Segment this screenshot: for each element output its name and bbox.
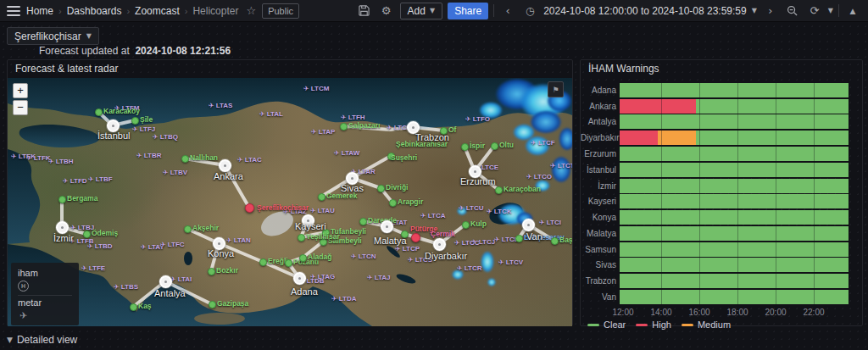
plane-icon: ✈ (454, 239, 460, 247)
warning-bar-segment[interactable] (696, 131, 849, 145)
plane-icon: ✈ (63, 177, 69, 185)
map-attribution-button[interactable]: ⚑ (548, 81, 564, 97)
airport-marker-ltct: ✈LTCT (550, 162, 572, 169)
warning-bar-segment[interactable] (620, 99, 696, 114)
alert-label: Şereflikoçhisar (257, 203, 309, 212)
warning-bar-segment[interactable] (620, 114, 849, 129)
plane-icon: ✈ (341, 114, 347, 121)
time-back-icon[interactable]: ‹ (499, 3, 516, 19)
plane-icon: ✈ (334, 149, 340, 157)
time-range[interactable]: 2024-10-08 12:00:00 to 2024-10-08 23:59:… (543, 5, 747, 17)
refresh-icon[interactable]: ⟳ (806, 3, 823, 19)
airport-code: LTCR (465, 264, 482, 272)
plane-icon: ✈ (259, 110, 265, 118)
city-label-diyarbakır: Diyarbakır (425, 251, 467, 261)
airport-marker-ltap: ✈LTAP (311, 128, 335, 136)
map-zoom-out-button[interactable]: − (13, 100, 28, 115)
waypoint-dot (130, 303, 137, 311)
detailed-view-toggle[interactable]: ▼ Detailed view (7, 334, 77, 346)
geomap[interactable]: ✈LTCM✈LTFM✈LTAS✈LTAL✈LTFJ✈LTBQ✈LTBR✈LTEK… (8, 78, 572, 326)
waypoint-label: Aladağ (308, 253, 331, 261)
row-track (620, 163, 849, 177)
row-label: Erzurum (581, 149, 620, 158)
save-icon[interactable] (356, 3, 373, 19)
plane-icon: ✈ (303, 85, 309, 92)
warning-rows: AdanaAnkaraAntalyaDiyarbakırErzurumİstan… (581, 82, 852, 305)
city-label-sivas: Sivas (341, 183, 364, 193)
plane-icon: ✈ (163, 169, 169, 176)
collapse-toolbar-icon[interactable]: ▲ (844, 3, 861, 19)
row-label: Adana (581, 86, 620, 95)
chart-row: İstanbul (581, 162, 852, 178)
add-button[interactable]: Add▼ (400, 3, 443, 19)
alert-dot (411, 233, 420, 242)
airport-marker-ltbd: ✈LTBD (87, 242, 112, 250)
airport-marker-ltda: ✈LTDA (331, 295, 356, 303)
plane-icon: ✈ (311, 128, 317, 136)
warning-bar-segment[interactable] (658, 131, 696, 145)
zoom-out-time-icon[interactable] (784, 3, 801, 19)
panel-iham-warnings: İHAM Warnings AdanaAnkaraAntalyaDiyarbak… (580, 59, 863, 326)
variable-dropdown[interactable]: Şereflikoçhisar ▼ (7, 27, 99, 45)
warning-bar-segment[interactable] (620, 179, 849, 193)
airport-code: LTCN (359, 253, 376, 260)
airport-code: LTCC (462, 239, 480, 247)
breadcrumb-item-zoomcast[interactable]: Zoomcast (135, 5, 180, 17)
menu-icon[interactable] (7, 6, 20, 16)
warning-bar-segment[interactable] (620, 290, 849, 304)
waypoint-dot (299, 254, 307, 262)
warning-bar-segment[interactable] (620, 258, 849, 272)
warning-bar-segment[interactable] (620, 194, 849, 208)
waypoint-dot (495, 186, 503, 194)
legend-item-medium[interactable]: Medium (682, 319, 731, 330)
airport-marker-ltco: ✈LTCO (526, 173, 552, 181)
time-range-caret-icon[interactable]: ▼ (752, 7, 757, 14)
chart-row: Kayseri (581, 193, 852, 209)
airport-marker-ltcp: ✈LTCP (395, 245, 420, 253)
plane-icon: ✈ (88, 175, 94, 183)
warning-bar-segment[interactable] (620, 83, 849, 97)
airport-marker-ltfe: ✈LTFE (81, 264, 105, 272)
warning-bar-segment[interactable] (696, 99, 849, 114)
airport-code: LTCI (547, 219, 561, 226)
legend-color-dash (682, 324, 693, 326)
breadcrumb-item-dashboards[interactable]: Dashboards (67, 5, 122, 17)
plane-icon: ✈ (160, 241, 166, 248)
warning-bar-segment[interactable] (620, 163, 849, 177)
warning-bar-segment[interactable] (620, 147, 849, 161)
plane-icon: ✈ (459, 204, 465, 212)
warning-bar-segment[interactable] (620, 242, 849, 257)
plane-icon: ✈ (550, 162, 556, 169)
legend-color-dash (636, 324, 648, 326)
breadcrumb-separator: › (185, 6, 188, 16)
breadcrumb-item-home[interactable]: Home (26, 5, 53, 17)
legend-item-clear[interactable]: Clear (587, 319, 626, 330)
warning-bar-segment[interactable] (620, 274, 849, 288)
warning-bar-segment[interactable] (620, 131, 658, 145)
row-track (620, 147, 849, 161)
legend-item-high[interactable]: High (636, 319, 671, 330)
airport-marker-ltas: ✈LTAS (209, 102, 232, 109)
airport-code: LTCK (494, 208, 512, 215)
waypoint-label: Of (448, 125, 456, 134)
waypoint-label: Bozkır (216, 266, 238, 275)
city-hub-marker (159, 275, 172, 288)
warning-bar-segment[interactable] (620, 210, 849, 225)
star-icon[interactable]: ☆ (246, 4, 256, 17)
city-hub-marker (219, 159, 231, 172)
iham-layer-legend: iham H (18, 266, 72, 295)
airport-marker-ltbv: ✈LTBV (163, 169, 187, 176)
warning-bar-segment[interactable] (620, 226, 849, 241)
iham-layer-label: iham (18, 268, 72, 278)
refresh-caret-icon[interactable]: ▼ (828, 7, 833, 14)
city-hub-marker (522, 219, 535, 231)
plane-icon: ✈ (526, 173, 532, 181)
row-track (620, 274, 849, 288)
share-button[interactable]: Share (448, 3, 488, 19)
map-zoom-in-button[interactable]: + (13, 83, 28, 98)
waypoint-label: Karacaköy (103, 107, 140, 115)
airport-marker-ltfk: ✈LTFK (26, 154, 51, 162)
time-forward-icon[interactable]: › (762, 3, 779, 19)
waypoint-label: Yeşilhisar (306, 232, 340, 241)
gear-icon[interactable]: ⚙ (378, 3, 395, 19)
